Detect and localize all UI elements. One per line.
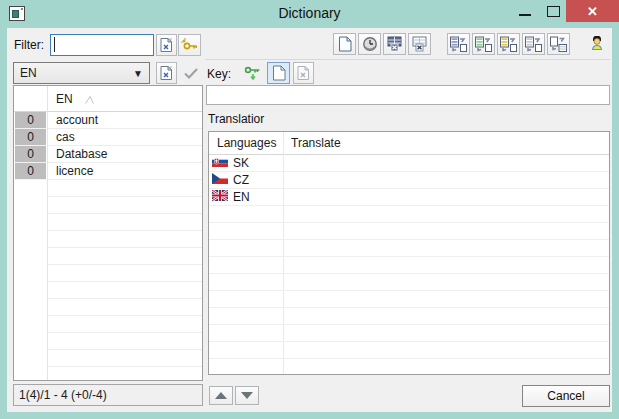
language-dropdown[interactable]: EN ▼ [13,62,150,84]
key-clear-button[interactable] [293,62,314,84]
term-empty-row [14,282,202,299]
translation-empty-cell [209,325,609,342]
export-table-gray-button[interactable] [522,33,545,55]
term-grid[interactable]: EN 0account0cas0Database0licence [13,85,203,381]
table-export-gray-icon [525,36,542,52]
delete-row-button[interactable] [408,33,431,55]
table-export-green-icon [475,36,492,52]
export-table-green-button[interactable] [472,33,495,55]
table-delete-light-icon [412,36,427,52]
term-row[interactable]: 0Database [14,146,202,163]
term-empty-row [14,333,202,350]
client-area: Filter: [7,28,612,412]
key-generate-button[interactable] [241,62,264,84]
filter-input[interactable] [50,34,154,56]
term-empty-cell [48,350,202,367]
titlebar[interactable]: Dictionary ✕ [0,0,619,28]
translation-empty-cell [209,240,609,257]
export-table-yellow-button[interactable] [497,33,520,55]
new-key-button[interactable] [178,34,201,56]
translation-empty-cell [209,257,609,274]
translation-empty-row [209,325,609,342]
translation-row[interactable]: CZ [209,172,609,189]
history-button[interactable] [358,33,381,55]
term-count-cell: 0 [15,129,46,146]
term-empty-row [14,316,202,333]
term-cell[interactable]: Database [48,146,202,163]
term-count-cell: 0 [15,163,46,180]
user-button[interactable] [585,33,608,55]
term-empty-cell [48,214,202,231]
term-row[interactable]: 0licence [14,163,202,180]
translation-row[interactable]: EN [209,189,609,206]
term-empty-cell [48,333,202,350]
maximize-button[interactable] [540,0,566,22]
key-input[interactable] [206,85,610,105]
term-row[interactable]: 0cas [14,129,202,146]
key-new-button[interactable] [267,62,290,84]
user-icon [589,36,605,53]
translation-empty-row [209,274,609,291]
filter-label: Filter: [14,38,44,52]
languages-column-header[interactable]: Languages [217,136,276,150]
arrow-up-icon [215,392,227,399]
translation-empty-row [209,223,609,240]
new-page-icon [272,65,286,81]
term-empty-row [14,299,202,316]
translation-empty-row [209,206,609,223]
term-row[interactable]: 0account [14,112,202,129]
en-flag-icon [212,189,228,205]
term-empty-cell [48,265,202,282]
export-table-button[interactable] [447,33,470,55]
sk-flag-icon [212,155,228,171]
translation-grid[interactable]: Languages Translate SKCZEN [208,131,610,375]
language-code: CZ [233,172,249,188]
minimize-button[interactable] [512,0,538,22]
term-column-header[interactable]: EN [56,92,73,106]
term-empty-row [14,180,202,197]
new-key-icon [181,38,198,52]
language-cell[interactable]: CZ [209,172,283,189]
term-empty-row [14,214,202,231]
translate-cell[interactable] [284,155,609,172]
language-cell[interactable]: SK [209,155,283,172]
cancel-button[interactable]: Cancel [522,385,610,407]
move-down-button[interactable] [235,386,259,405]
term-count-cell: 0 [15,146,46,163]
term-cell[interactable]: cas [48,129,202,146]
close-button[interactable]: ✕ [566,0,619,22]
translation-empty-cell [209,274,609,291]
term-empty-row [14,350,202,367]
term-empty-cell [48,367,202,381]
term-empty-row [14,248,202,265]
term-empty-cell [48,231,202,248]
delete-all-rows-button[interactable] [383,33,406,55]
translate-column-header[interactable]: Translate [291,136,341,150]
move-up-button[interactable] [209,386,233,405]
clear-filter-button[interactable] [156,34,177,56]
term-empty-row [14,197,202,214]
language-cell[interactable]: EN [209,189,283,206]
key-label: Key: [207,67,231,81]
import-page-button[interactable] [547,33,570,55]
term-count-cell: 0 [15,112,46,129]
term-cell[interactable]: licence [48,163,202,180]
term-grid-header[interactable]: EN [14,86,202,112]
clear-language-button[interactable] [156,62,177,84]
translation-empty-cell [209,342,609,359]
translate-cell[interactable] [284,189,609,206]
translation-empty-row [209,240,609,257]
term-cell[interactable]: account [48,112,202,129]
translation-row[interactable]: SK [209,155,609,172]
page-to-table-icon [550,36,567,52]
translation-empty-row [209,257,609,274]
table-delete-dark-icon [387,36,402,52]
language-dropdown-value: EN [20,66,133,80]
text-caret [54,37,55,52]
new-entry-button[interactable] [333,33,356,55]
translate-cell[interactable] [284,172,609,189]
translation-grid-header[interactable]: Languages Translate [209,132,609,155]
record-status: 1(4)/1 - 4 (+0/-4) [13,384,203,406]
minimize-icon [519,14,531,16]
apply-filter-button[interactable] [179,62,202,84]
